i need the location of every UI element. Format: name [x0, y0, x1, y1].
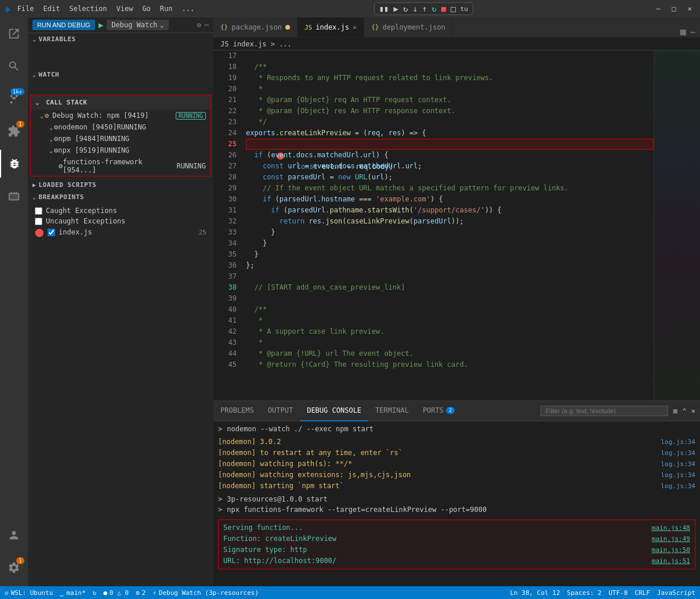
menu-selection[interactable]: Selection [69, 5, 107, 13]
tab-package-json[interactable]: {} package.json [213, 17, 298, 37]
menu-view[interactable]: View [116, 5, 133, 13]
console-ref-signature[interactable]: main.js:50 [652, 545, 690, 555]
menu-bar[interactable]: File Edit Selection View Go Run ... [17, 5, 195, 13]
activity-account[interactable] [0, 521, 28, 549]
debug-step-into-btn[interactable]: ↓ [411, 4, 418, 13]
menu-more[interactable]: ... [182, 5, 195, 13]
index-js-checkbox[interactable] [48, 229, 55, 236]
expand-icon-0: ⌄ [40, 113, 43, 119]
sidebar-scroll[interactable]: ⌄ VARIABLES ⌄ WATCH ⌄ CALL STACK ⌄ [28, 33, 213, 586]
status-eol[interactable]: CRLF [634, 589, 650, 597]
gear-icon-0: ⚙ [45, 111, 49, 120]
menu-file[interactable]: File [17, 5, 34, 13]
code-line-26: if (event.docs.matchedUrl.url) { [246, 150, 654, 161]
watch-chevron: ⌄ [32, 71, 37, 78]
menu-run[interactable]: Run [160, 5, 173, 13]
console-line-0: > nodemon --watch ./ --exec npm start [218, 424, 695, 434]
debug-restart-btn[interactable]: ↻ [430, 4, 437, 13]
eol-label: CRLF [634, 589, 650, 597]
status-encoding[interactable]: UTF-8 [608, 589, 628, 597]
code-line-28: const parsedUrl = new URL(url); [246, 172, 654, 183]
call-stack-badge-3: RUNNING [100, 146, 130, 154]
debug-pause-btn[interactable]: ▮▮ [378, 4, 390, 13]
console-scroll-up-icon[interactable]: ⌃ [683, 407, 687, 415]
call-stack-item-0[interactable]: ⌄ ⚙ Debug Watch: npm [9419] RUNNING [31, 110, 211, 121]
status-sync[interactable]: ↻ [93, 589, 97, 597]
debug-settings-icon[interactable]: ⚙ [197, 21, 201, 29]
console-ref-serving[interactable]: main.js:48 [652, 523, 690, 533]
console-ref-url[interactable]: main.js:51 [652, 556, 690, 566]
minimize-btn[interactable]: — [652, 5, 663, 13]
activity-debug[interactable] [0, 150, 28, 178]
index-js-label: index.js [59, 228, 92, 236]
debug-stop-btn[interactable]: ■ [440, 4, 447, 13]
call-stack-item-4[interactable]: ⚙ functions-framework [954...] RUNNING [31, 156, 211, 176]
uncaught-exceptions-checkbox[interactable] [35, 218, 42, 225]
extensions-status-label: 2 [142, 589, 146, 597]
variables-section-header[interactable]: ⌄ VARIABLES [28, 33, 213, 45]
status-branch[interactable]: ⎯ main* [60, 589, 85, 597]
console-wrap-icon[interactable]: ≡ [673, 406, 677, 416]
activity-settings[interactable]: 1 [0, 554, 28, 582]
debug-step-over-btn[interactable]: ↻ [402, 4, 409, 13]
activity-extensions[interactable]: 1 [0, 117, 28, 145]
run-and-debug-button[interactable]: RUN AND DEBUG [32, 20, 95, 30]
debug-step-out-btn[interactable]: ↑ [421, 4, 428, 13]
tab-index-js[interactable]: JS index.js ✕ [298, 17, 364, 37]
activity-search[interactable] [0, 52, 28, 80]
extensions-status-icon: ⚙ [136, 589, 140, 597]
call-stack-item-3[interactable]: ⌄ ⚙ npx [9519] RUNNING [31, 145, 211, 156]
status-language[interactable]: JavaScript [657, 589, 695, 597]
activity-docker[interactable] [0, 182, 28, 210]
tab-js-icon-1: JS [304, 24, 312, 31]
extensions-badge: 1 [16, 121, 24, 128]
status-position[interactable]: Ln 38, Col 12 [510, 589, 560, 597]
watch-section-header[interactable]: ⌄ WATCH [28, 68, 213, 81]
gear-icon-1: ⚙ [54, 123, 58, 131]
activity-source-control[interactable]: 1k+ [0, 85, 28, 113]
console-text-nodemon-paths: [nodemon] watching path(s): **/* [218, 459, 352, 469]
tab-deployment-json[interactable]: {} deployment.json [364, 17, 453, 37]
close-btn[interactable]: ✕ [684, 5, 695, 13]
code-line-37 [246, 271, 654, 282]
status-debug-session[interactable]: ⚡ Debug Watch (3p-resources) [153, 589, 259, 597]
loaded-scripts-header[interactable]: ▶ LOADED SCRIPTS [28, 179, 213, 191]
window-controls: — □ ✕ [652, 5, 695, 13]
activity-explorer[interactable] [0, 20, 28, 48]
code-editor[interactable]: 17 18 19 20 21 22 23 24 25 26 27 28 29 3… [213, 50, 700, 400]
debug-continue-btn[interactable]: ▶ [393, 4, 400, 13]
menu-go[interactable]: Go [142, 5, 150, 13]
status-wsl[interactable]: ◇ WSL: Ubuntu [5, 589, 53, 597]
console-close-icon[interactable]: ✕ [691, 407, 695, 415]
breakpoints-header[interactable]: ⌄ BREAKPOINTS [28, 191, 213, 203]
caught-exceptions-checkbox[interactable] [35, 207, 42, 215]
call-stack-label: CALL STACK [46, 99, 87, 106]
panel-tab-ports[interactable]: PORTS 2 [416, 401, 462, 421]
call-stack-item-2[interactable]: ⌄ ⚙ npm [9484] RUNNING [31, 133, 211, 145]
watch-label: WATCH [39, 71, 60, 78]
call-stack-header[interactable]: ⌄ CALL STACK [31, 95, 211, 110]
tab-close-button-1[interactable]: ✕ [353, 23, 357, 31]
status-errors[interactable]: ● 0 △ 0 [103, 589, 129, 597]
status-extensions[interactable]: ⚙ 2 [136, 589, 146, 597]
debug-more-icon[interactable]: ⋯ [205, 21, 209, 29]
debug-config-selector[interactable]: Debug Watch ⌄ [107, 20, 169, 30]
panel-tab-problems[interactable]: PROBLEMS [213, 401, 261, 421]
split-editor-icon[interactable]: ▦ [680, 26, 686, 37]
console-highlight-box: Serving function... main.js:48 Function:… [218, 519, 695, 569]
console-filter-input[interactable] [541, 406, 668, 416]
editor-more-icon[interactable]: ⋯ [691, 27, 695, 37]
debug-more-btn[interactable]: □ [449, 4, 456, 13]
panel-tab-output[interactable]: OUTPUT [261, 401, 300, 421]
code-content[interactable]: /** * Responds to any HTTP request relat… [241, 50, 654, 400]
console-ref-function[interactable]: main.js:49 [652, 534, 690, 544]
panel-tab-debug-console[interactable]: DEBUG CONSOLE [300, 401, 368, 421]
menu-edit[interactable]: Edit [43, 5, 60, 13]
panel-tab-terminal-label: TERMINAL [375, 406, 409, 414]
run-button[interactable]: ▶ [99, 20, 103, 30]
call-stack-item-1[interactable]: ⌄ ⚙ nodemon [9450] RUNNING [31, 121, 211, 133]
call-stack-badge-1: RUNNING [117, 123, 146, 131]
status-spaces[interactable]: Spaces: 2 [567, 589, 602, 597]
maximize-btn[interactable]: □ [669, 5, 680, 13]
panel-tab-terminal[interactable]: TERMINAL [368, 401, 416, 421]
